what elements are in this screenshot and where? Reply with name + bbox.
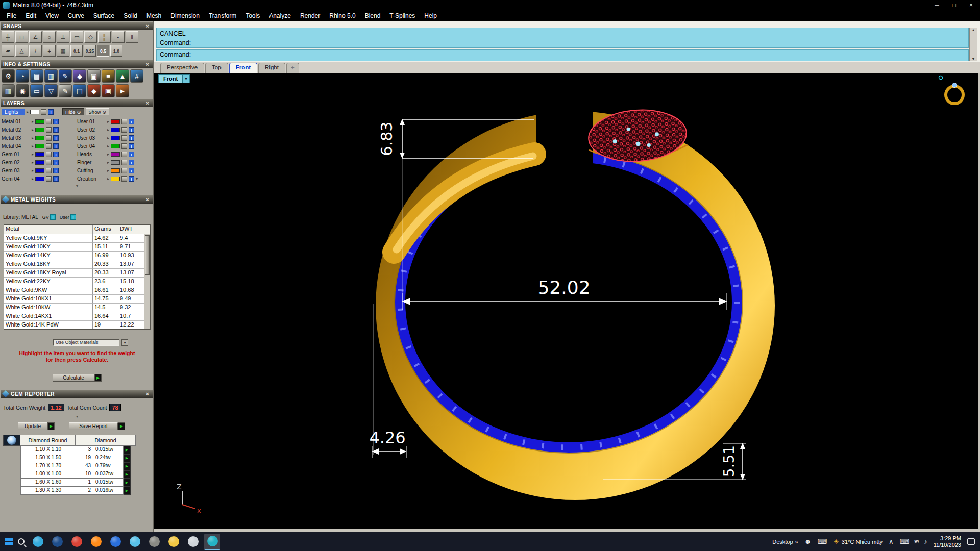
layer-expand-icon[interactable]: ▸ [32,168,34,173]
layer-lock-icon[interactable] [121,160,127,165]
snap-button-3[interactable]: ○ [43,31,56,43]
snap-button-2[interactable]: ∠ [29,31,42,43]
layer-info-toggle[interactable]: I [53,135,59,141]
gv-toggle[interactable]: GV I [42,214,56,220]
taskbar-chrome[interactable] [68,534,85,550]
menu-dimension[interactable]: Dimension [166,11,204,20]
layer-info-toggle[interactable]: I [53,127,59,133]
menu-surface[interactable]: Surface [89,11,119,20]
blue-tool-icon[interactable]: ▤ [73,84,86,97]
clock[interactable]: 3:29 PM 11/10/2023 [934,535,961,548]
red-tool-icon[interactable]: ◆ [87,84,101,97]
layer-expand-icon[interactable]: ▸ [107,119,109,124]
layer-color-swatch[interactable] [35,177,44,181]
layer-lock-icon[interactable] [46,152,52,157]
layer-lock-icon[interactable] [121,127,127,133]
layer-lock-icon[interactable] [46,143,52,149]
annotate-pencil-icon[interactable]: ✎ [59,84,72,97]
gem-row-1-00-x-1-00[interactable]: 1.00 X 1.00100.037tw▶ [20,470,136,479]
snap-button-4[interactable]: ⊥ [57,31,69,43]
red-tool2-icon[interactable]: ▣ [102,84,115,97]
desktop-more-icon[interactable]: » [795,539,798,545]
show-button[interactable]: Show ⊙ [86,108,110,115]
calculate-button[interactable]: Calculate ▶ [53,374,102,382]
hidden-icons-chevron[interactable]: ∧ [889,538,894,545]
gem-row-play-button[interactable]: ▶ [124,462,131,470]
viewport-label-dropdown-icon[interactable]: ▾ [183,74,190,83]
layer-lock-icon[interactable] [121,176,127,182]
menu-blend[interactable]: Blend [360,11,385,20]
layer-info-toggle[interactable]: I [53,143,59,149]
layer-lock-icon[interactable] [46,160,52,165]
col-metal[interactable]: Metal [4,225,93,234]
command-prompt[interactable]: Command: [156,49,969,61]
layer-info-toggle[interactable]: I [48,109,54,115]
layer-expand-icon[interactable]: ▸ [32,136,34,140]
metal-row-white-gold-14kx1[interactable]: White Gold:14KX116.6410.7 [4,312,150,321]
funnel-icon[interactable]: ▽ [44,84,58,97]
layer-color-swatch[interactable] [111,144,120,148]
materials-dropdown-button[interactable]: ▾ [121,339,128,346]
taskbar-firefox[interactable] [88,534,104,550]
layer-color-swatch[interactable] [35,160,44,165]
layer-row-finger[interactable]: Finger▸I [77,158,153,166]
layer-row-user-02[interactable]: User 02▸I [77,126,153,134]
layer-row-gem-03[interactable]: Gem 03▸I [2,166,77,174]
layer-lock-icon[interactable] [121,168,127,173]
snaps-close-icon[interactable]: × [144,23,151,29]
layer-info-toggle[interactable]: I [129,143,134,149]
menu-view[interactable]: View [41,11,63,20]
tab-add[interactable]: + [286,63,299,73]
layer-expand-icon[interactable]: ▸ [32,119,34,124]
metal-row-yellow-gold-22ky[interactable]: Yellow Gold:22KY23.615.18 [4,278,150,286]
layer-info-toggle[interactable]: I [53,152,59,157]
layer-expand-icon[interactable]: ▸ [107,177,109,181]
layer-info-toggle[interactable]: I [53,160,59,165]
update-button[interactable]: Update ▶ [18,422,55,430]
col-diamond-round[interactable]: Diamond Round [20,435,76,446]
layer-info-toggle[interactable]: I [129,127,134,133]
layer-expand-icon[interactable]: ▸ [32,144,34,148]
maximize-button[interactable]: □ [952,2,956,9]
snap-button-b3[interactable]: + [43,45,56,57]
layer-row-cutting[interactable]: Cutting▸I [77,166,153,174]
tray-icon-2[interactable]: ♪ [924,538,927,545]
snap-button-b2[interactable]: / [29,45,42,57]
tab-perspective[interactable]: Perspective [160,63,204,73]
gem-row-1-70-x-1-70[interactable]: 1.70 X 1.70430.79tw▶ [20,462,136,470]
gem-row-1-10-x-1-10[interactable]: 1.10 X 1.1030.015tw▶ [20,446,136,454]
notification-center-icon[interactable] [967,538,975,545]
taskbar-store[interactable] [49,534,65,550]
layer-expand-icon[interactable]: ▸ [107,152,109,157]
layer-info-toggle[interactable]: I [129,176,134,182]
tab-top[interactable]: Top [205,63,228,73]
metal-row-white-gold-10kw[interactable]: White Gold:10KW14.59.32 [4,304,150,312]
tray-icon-0[interactable]: ⌨ [900,538,910,545]
gem-reporter-close-icon[interactable]: × [144,391,151,397]
tab-front[interactable]: Front [229,63,257,73]
gem-tool-icon[interactable]: ◆ [73,69,86,83]
layer-color-swatch[interactable] [111,168,120,173]
snap-button-b4[interactable]: ▦ [57,45,69,57]
ring-style-thumbnail[interactable] [939,76,964,104]
metal-row-white-gold-9kw[interactable]: White Gold:9KW16.6110.68 [4,286,150,295]
desktop-toolbar[interactable]: Desktop » [772,539,798,545]
materials-dropdown[interactable]: Use Object Materials [53,339,119,346]
touch-keyboard-icon[interactable]: ⌨ [817,538,827,545]
layer-lights[interactable]: Lights [2,109,25,115]
col-grams[interactable]: Grams [93,225,118,234]
layer-expand-icon[interactable]: ▸ [107,168,109,173]
layer-lock-icon[interactable] [121,119,127,124]
menu-rhino-5-0[interactable]: Rhino 5.0 [325,11,360,20]
snap-button-0[interactable]: ┼ [2,31,14,43]
menu-tools[interactable]: Tools [241,11,264,20]
layer-color-swatch[interactable] [111,119,120,124]
gem-row-play-button[interactable]: ▶ [124,446,131,454]
layer-row-heads[interactable]: Heads▸I [77,150,153,158]
metal-row-white-gold-14k-pdw[interactable]: White Gold:14K PdW1912.22 [4,321,150,330]
layer-row-user-04[interactable]: User 04▸I [77,142,153,150]
menu-t-splines[interactable]: T-Splines [385,11,420,20]
minimize-button[interactable]: ─ [935,2,939,9]
gem-row-play-button[interactable]: ▶ [124,487,131,495]
zoom-info-icon[interactable]: ◔ [16,69,29,83]
